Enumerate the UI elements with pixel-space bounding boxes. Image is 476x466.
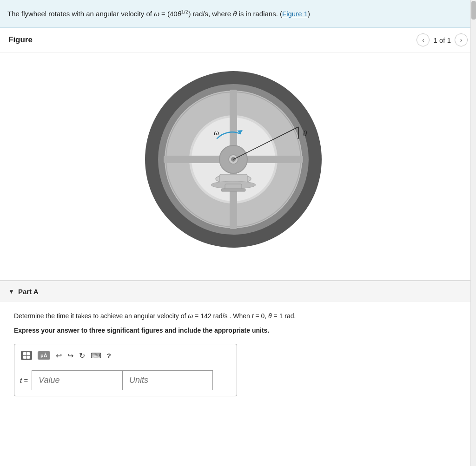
next-figure-button[interactable]: ›: [455, 33, 468, 46]
part-description: Determine the time it takes to achieve a…: [14, 311, 462, 321]
figure-section: Figure ‹ 1 of 1 ›: [0, 28, 476, 281]
problem-statement: The flywheel rotates with an angular vel…: [0, 0, 476, 28]
prev-figure-button[interactable]: ‹: [416, 33, 430, 46]
math-template-button[interactable]: [20, 350, 33, 361]
figure-nav: ‹ 1 of 1 ›: [416, 33, 468, 46]
answer-toolbar: μÀ ↩ ↪ ↻ ⌨ ?: [20, 350, 231, 365]
t-label: t =: [20, 376, 28, 384]
scrollbar-thumb[interactable]: [471, 1, 476, 20]
figure-header: Figure ‹ 1 of 1 ›: [0, 28, 476, 53]
value-input[interactable]: [32, 370, 122, 390]
redo-button[interactable]: ↪: [66, 350, 74, 361]
svg-text:ω: ω: [214, 129, 219, 137]
figure-count: 1 of 1: [433, 36, 451, 44]
reset-button[interactable]: ↻: [78, 350, 86, 361]
part-a-content: Determine the time it takes to achieve a…: [0, 302, 476, 410]
units-input[interactable]: [122, 370, 213, 390]
undo-button[interactable]: ↩: [55, 350, 63, 361]
answer-input-row: t =: [20, 370, 231, 390]
figure-diagram: ω θ: [0, 53, 476, 280]
keyboard-button[interactable]: ⌨: [90, 350, 102, 361]
scrollbar[interactable]: [470, 0, 476, 466]
part-a-label: Part A: [18, 288, 39, 295]
answer-box: μÀ ↩ ↪ ↻ ⌨ ? t =: [14, 344, 237, 396]
figure-link[interactable]: Figure 1: [282, 10, 308, 18]
problem-text: The flywheel rotates with an angular vel…: [7, 8, 310, 20]
part-instruction: Express your answer to three significant…: [14, 326, 462, 335]
part-a-header: ▼ Part A: [0, 281, 476, 302]
figure-title: Figure: [8, 35, 33, 45]
svg-rect-15: [221, 189, 245, 191]
svg-text:θ: θ: [303, 129, 307, 138]
part-toggle[interactable]: ▼: [8, 288, 14, 295]
units-button[interactable]: μÀ: [37, 350, 51, 361]
help-button[interactable]: ?: [106, 351, 112, 361]
flywheel-image: ω θ: [140, 66, 336, 262]
